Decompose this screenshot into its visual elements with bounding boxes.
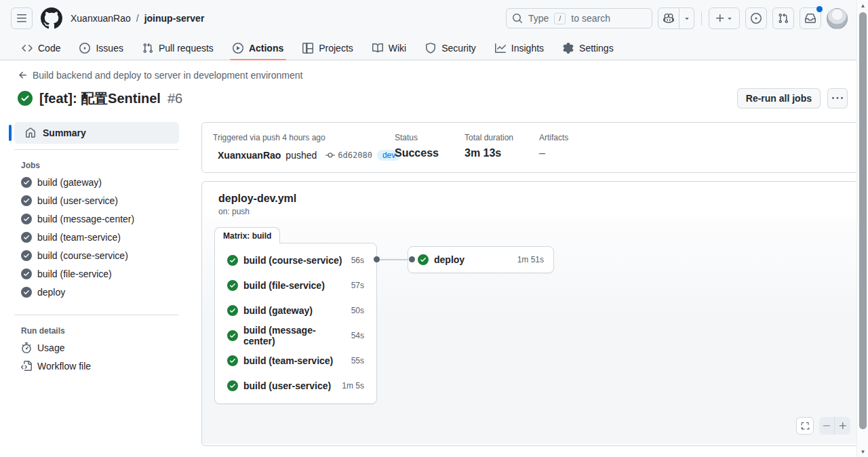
sidebar-job-deploy[interactable]: deploy bbox=[9, 283, 179, 301]
commit-link[interactable]: 6d62080 bbox=[326, 151, 372, 160]
sidebar-job-build-team-service[interactable]: build (team-service) bbox=[9, 228, 179, 246]
workflow-graph-canvas[interactable]: Matrix: build build (course-service)56s … bbox=[202, 216, 858, 444]
tab-code[interactable]: Code bbox=[16, 37, 66, 60]
job-label: build (file-service) bbox=[37, 269, 112, 279]
sidebar-divider bbox=[14, 315, 179, 315]
run-options-kebab-button[interactable] bbox=[827, 88, 848, 108]
trigger-info: Triggered via push 4 hours ago bbox=[213, 133, 395, 142]
tab-issues[interactable]: Issues bbox=[74, 37, 128, 60]
status-value: Success bbox=[395, 147, 465, 159]
zoom-out-button[interactable] bbox=[819, 417, 835, 435]
sidebar-job-build-file-service[interactable]: build (file-service) bbox=[9, 264, 179, 283]
tab-pull-requests[interactable]: Pull requests bbox=[137, 37, 219, 60]
tab-insights[interactable]: Insights bbox=[490, 37, 549, 60]
git-pull-request-icon bbox=[142, 43, 153, 54]
copilot-button[interactable] bbox=[658, 7, 679, 29]
run-sidebar: Summary Jobs build (gateway) build (user… bbox=[8, 122, 179, 446]
pull-requests-global-button[interactable] bbox=[772, 7, 794, 29]
kebab-icon bbox=[832, 93, 843, 104]
arrow-left-icon bbox=[18, 70, 28, 81]
success-check-icon bbox=[227, 305, 238, 316]
run-summary-card: Triggered via push 4 hours ago XuanxuanR… bbox=[201, 122, 859, 173]
sidebar-job-build-message-center[interactable]: build (message-center) bbox=[9, 210, 179, 228]
tab-projects[interactable]: Projects bbox=[297, 37, 359, 60]
rerun-all-jobs-button[interactable]: Re-run all jobs bbox=[737, 88, 821, 108]
success-check-icon bbox=[227, 255, 238, 266]
job-label: build (gateway) bbox=[37, 177, 102, 188]
graph-job-build-file-service[interactable]: build (file-service)57s bbox=[215, 273, 376, 298]
workflow-file-label: Workflow file bbox=[37, 361, 91, 372]
actor-name[interactable]: XuanxuanRao bbox=[218, 150, 281, 161]
sidebar-item-workflow-file[interactable]: Workflow file bbox=[9, 357, 179, 375]
scrollbar-thumb[interactable] bbox=[859, 12, 867, 429]
graph-job-build-user-service[interactable]: build (user-service)1m 5s bbox=[215, 373, 376, 398]
back-to-workflow-link[interactable]: Build backend and deploy to server in de… bbox=[18, 70, 302, 81]
sidebar-job-build-course-service[interactable]: build (course-service) bbox=[9, 246, 179, 264]
success-check-icon bbox=[418, 254, 429, 265]
breadcrumb-owner-link[interactable]: XuanxuanRao bbox=[71, 13, 131, 24]
matrix-build-group: build (course-service)56s build (file-se… bbox=[214, 243, 377, 404]
job-name: deploy bbox=[434, 254, 465, 265]
success-check-icon bbox=[21, 269, 32, 279]
scrollbar-down-arrow[interactable]: ▼ bbox=[857, 446, 868, 457]
dash-icon bbox=[822, 421, 831, 431]
success-check-icon bbox=[227, 355, 238, 366]
breadcrumb-separator: / bbox=[136, 13, 139, 24]
breadcrumb-repo-link[interactable]: joinup-server bbox=[144, 13, 205, 24]
three-bars-icon bbox=[16, 13, 27, 24]
tab-label: Insights bbox=[511, 43, 544, 54]
graph-job-build-message-center[interactable]: build (message-center)54s bbox=[215, 323, 376, 348]
sidebar-divider bbox=[14, 149, 179, 150]
tab-label: Code bbox=[38, 43, 60, 54]
actor-action: pushed bbox=[285, 150, 317, 161]
tab-wiki[interactable]: Wiki bbox=[367, 37, 412, 60]
graph-job-build-course-service[interactable]: build (course-service)56s bbox=[215, 247, 376, 273]
header-divider bbox=[701, 12, 702, 25]
graph-job-build-gateway[interactable]: build (gateway)50s bbox=[215, 298, 376, 323]
success-check-icon bbox=[227, 280, 238, 291]
tab-actions[interactable]: Actions bbox=[227, 37, 289, 60]
job-label: build (course-service) bbox=[37, 250, 128, 261]
scrollbar-up-arrow[interactable]: ▲ bbox=[857, 0, 868, 11]
github-mark-icon bbox=[41, 7, 62, 29]
user-avatar[interactable] bbox=[827, 8, 848, 29]
sidebar-summary-label: Summary bbox=[43, 127, 86, 138]
search-input[interactable]: Type / to search bbox=[506, 8, 652, 28]
repo-tab-nav: Code Issues Pull requests Actions Projec… bbox=[11, 37, 857, 60]
graph-job-deploy[interactable]: deploy 1m 51s bbox=[408, 246, 554, 273]
copilot-icon bbox=[663, 13, 674, 24]
success-check-icon bbox=[21, 232, 32, 243]
tab-label: Projects bbox=[319, 43, 353, 54]
job-duration: 50s bbox=[351, 306, 364, 315]
copilot-split-button bbox=[658, 7, 694, 29]
fullscreen-button[interactable] bbox=[796, 417, 814, 435]
sidebar-job-build-user-service[interactable]: build (user-service) bbox=[9, 191, 179, 210]
job-duration: 55s bbox=[351, 356, 364, 365]
tab-label: Settings bbox=[579, 43, 614, 54]
sidebar-job-build-gateway[interactable]: build (gateway) bbox=[9, 173, 179, 191]
issues-global-button[interactable] bbox=[745, 7, 767, 29]
success-check-icon bbox=[21, 177, 32, 188]
run-title: [feat]: 配置Sentinel bbox=[39, 90, 161, 108]
workflow-file-name: deploy-dev.yml bbox=[218, 193, 842, 205]
jobs-heading: Jobs bbox=[9, 157, 179, 173]
hamburger-menu-button[interactable] bbox=[11, 7, 33, 29]
zoom-in-button[interactable] bbox=[835, 417, 850, 435]
project-icon bbox=[302, 43, 313, 54]
status-label: Status bbox=[395, 133, 465, 142]
graph-job-build-team-service[interactable]: build (team-service)55s bbox=[215, 348, 376, 373]
workflow-trigger: on: push bbox=[218, 207, 842, 216]
github-logo[interactable] bbox=[41, 7, 62, 29]
create-new-button[interactable] bbox=[709, 7, 740, 29]
job-name: build (team-service) bbox=[243, 355, 333, 366]
stopwatch-icon bbox=[21, 342, 32, 353]
job-duration: 1m 51s bbox=[517, 255, 544, 264]
tab-settings[interactable]: Settings bbox=[557, 37, 619, 60]
sidebar-item-summary[interactable]: Summary bbox=[14, 122, 179, 144]
notifications-inbox-button[interactable] bbox=[800, 7, 821, 29]
copilot-dropdown-button[interactable] bbox=[679, 7, 694, 29]
job-name: build (user-service) bbox=[243, 380, 331, 391]
shield-icon bbox=[425, 43, 436, 54]
tab-security[interactable]: Security bbox=[420, 37, 481, 60]
sidebar-item-usage[interactable]: Usage bbox=[9, 338, 179, 357]
